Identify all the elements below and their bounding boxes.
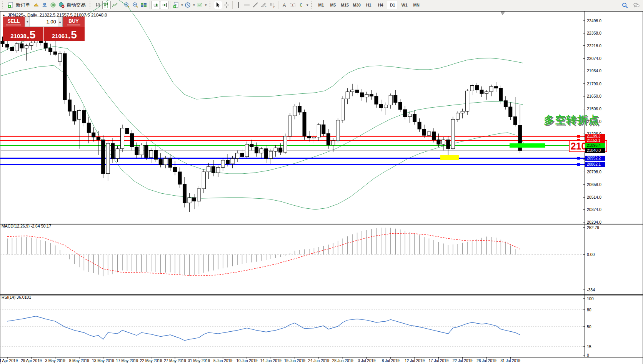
cursor-icon [215, 2, 221, 8]
text-label-button[interactable]: T [288, 1, 297, 9]
fibonacci-button[interactable]: F [268, 1, 277, 9]
autotrade-icon [58, 2, 65, 8]
volume-increase-button[interactable]: ▲ [58, 17, 62, 27]
buy-price[interactable]: 21061.5 [44, 27, 85, 41]
timeframe-M30[interactable]: M30 [351, 1, 362, 9]
line-chart-button[interactable] [111, 1, 119, 9]
buy-button[interactable]: BUY [63, 17, 85, 27]
main-toolbar: 新订单 自动交易 ▼ ▼ ▼ [0, 0, 643, 10]
price-line-badge: 21152.1 [585, 138, 605, 143]
new-order-label[interactable]: 新订单 [16, 2, 30, 8]
arrows-dropdown[interactable]: ▼ [306, 3, 309, 7]
autotrade-button[interactable] [57, 1, 66, 9]
chat-icon [633, 2, 640, 8]
timeframe-W1[interactable]: W1 [399, 1, 410, 9]
svg-text:T: T [292, 3, 294, 7]
arrows-button[interactable] [297, 1, 305, 9]
autoscroll-icon [153, 2, 159, 8]
one-click-trading-panel: SELL ▼ ▲ BUY 21038.5 21061.5 [3, 17, 85, 41]
vertical-line-button[interactable] [234, 1, 243, 9]
price-line-badge: 21096.4 [585, 143, 605, 148]
toolbar-grip[interactable] [210, 2, 212, 8]
sell-button[interactable]: SELL [3, 17, 25, 27]
timeframes-dropdown[interactable]: ▼ [192, 3, 195, 7]
horizontal-line-icon [244, 2, 250, 8]
equidistant-channel-icon: E [261, 2, 267, 8]
volume-decrease-button[interactable]: ▼ [25, 17, 30, 27]
chart-shift-icon [161, 2, 167, 8]
price-line-badge: 20882.1 [585, 162, 605, 167]
profile-button[interactable] [40, 1, 49, 9]
arrows-icon [298, 2, 304, 8]
clock-icon [185, 2, 191, 8]
equidistant-channel-button[interactable]: E [260, 1, 268, 9]
crosshair-icon [223, 2, 230, 8]
bar-chart-icon [95, 2, 101, 8]
trendline-icon [252, 2, 258, 8]
current-price-badge: 21040.0 [585, 148, 605, 153]
indicators-button[interactable] [172, 1, 180, 9]
indicators-icon [173, 2, 179, 8]
search-icon [622, 2, 628, 8]
templates-icon [197, 2, 203, 8]
timeframe-H4[interactable]: H4 [375, 1, 386, 9]
sell-price[interactable]: 21038.5 [3, 27, 44, 41]
timeframe-M1[interactable]: M1 [315, 1, 326, 9]
timeframe-M15[interactable]: M15 [339, 1, 350, 9]
timeframe-group: M1M5M15M30H1H4D1W1MN [315, 1, 422, 9]
svg-text:F: F [273, 6, 275, 8]
toolbar-grip[interactable] [2, 2, 5, 8]
crosshair-button[interactable] [222, 1, 231, 9]
tile-windows-button[interactable] [140, 1, 148, 9]
price-line-badge: 20952.2 [585, 156, 605, 161]
candlestick-chart-icon [103, 2, 110, 8]
zoom-in-button[interactable] [123, 1, 131, 9]
toolbar-grip[interactable] [311, 2, 314, 8]
timeframe-M5[interactable]: M5 [327, 1, 338, 9]
chat-button[interactable] [632, 1, 641, 10]
zoom-out-icon [132, 2, 138, 8]
indicators-dropdown[interactable]: ▼ [181, 3, 184, 7]
chart-shift-button[interactable] [160, 1, 168, 9]
timeframes-button[interactable] [183, 1, 192, 9]
timeframe-D1[interactable]: D1 [387, 1, 398, 9]
svg-text:E: E [265, 5, 267, 8]
horizontal-line-button[interactable] [243, 1, 251, 9]
quotes-icon [33, 2, 39, 8]
profile-icon [42, 2, 48, 8]
text-label-icon: T [290, 2, 296, 8]
line-chart-icon [112, 2, 118, 8]
trendline-button[interactable] [251, 1, 260, 9]
zoom-in-icon [124, 2, 130, 8]
new-order-icon [8, 2, 14, 8]
vertical-line-icon [235, 2, 242, 8]
candlestick-chart-button[interactable] [102, 1, 111, 9]
timeframe-MN[interactable]: MN [411, 1, 422, 9]
turning-point-annotation[interactable]: 多空转折点 [544, 113, 600, 127]
signals-button[interactable] [49, 1, 57, 9]
signals-icon [50, 2, 56, 8]
timeframe-H1[interactable]: H1 [363, 1, 374, 9]
fibonacci-icon: F [269, 2, 275, 8]
tile-windows-icon [141, 2, 147, 8]
cursor-button[interactable] [214, 1, 222, 9]
templates-button[interactable] [195, 1, 204, 9]
quotes-button[interactable] [32, 1, 40, 9]
text-button[interactable]: A [280, 1, 288, 9]
search-button[interactable] [621, 1, 629, 10]
volume-input[interactable] [30, 17, 57, 27]
chart-window [0, 11, 643, 364]
autoscroll-button[interactable] [152, 1, 160, 9]
toolbar-grip[interactable] [90, 2, 92, 8]
bar-chart-button[interactable] [94, 1, 102, 9]
zoom-out-button[interactable] [131, 1, 140, 9]
autotrade-label[interactable]: 自动交易 [67, 2, 86, 8]
new-order-button[interactable] [7, 1, 15, 9]
templates-dropdown[interactable]: ▼ [204, 3, 207, 7]
